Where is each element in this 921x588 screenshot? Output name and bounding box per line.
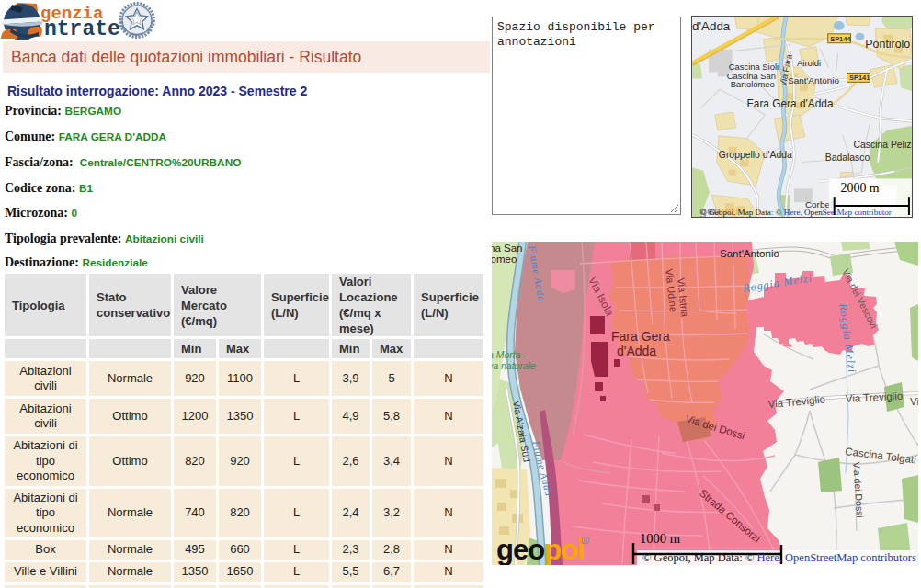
svg-text:R: R: [584, 537, 588, 544]
svg-text:geopoi: geopoi: [496, 534, 585, 565]
svg-text:a Morta -: a Morta -: [492, 349, 528, 360]
svg-text:Cascina Peliza: Cascina Peliza: [853, 140, 913, 150]
svg-text:d'Adda: d'Adda: [617, 344, 656, 358]
svg-text:SP141: SP141: [849, 74, 870, 82]
svg-text:d'Adda: d'Adda: [692, 19, 731, 33]
svg-text:lomeo: lomeo: [492, 254, 517, 265]
svg-text:© Geopoi, Map Data: © Here, Op: © Geopoi, Map Data: © Here, OpenStreetMa…: [642, 551, 916, 564]
svg-text:Fara Gera: Fara Gera: [611, 329, 670, 344]
svg-text:SP144: SP144: [830, 35, 851, 43]
svg-text:© Geopoi, Map Data: © Here, Op: © Geopoi, Map Data: © Here, OpenSeetMap …: [700, 208, 892, 217]
svg-text:1000 m: 1000 m: [640, 531, 681, 546]
svg-text:Sant'Antonio: Sant'Antonio: [788, 75, 839, 85]
svg-text:Pontirolo: Pontirolo: [865, 38, 910, 51]
svg-text:Fara Gera d'Adda: Fara Gera d'Adda: [747, 97, 834, 110]
svg-text:va naturale: va naturale: [492, 360, 536, 371]
svg-text:Bartolomeo: Bartolomeo: [731, 79, 775, 89]
svg-text:na San: na San: [492, 243, 522, 254]
svg-text:2000 m: 2000 m: [841, 181, 880, 195]
svg-text:Sant'Antonio: Sant'Antonio: [720, 248, 779, 259]
svg-text:Groppello d'Adda: Groppello d'Adda: [719, 150, 792, 160]
svg-text:Airoldi: Airoldi: [797, 58, 821, 68]
svg-text:Vi: Vi: [910, 396, 918, 407]
svg-text:Badalasco: Badalasco: [825, 153, 870, 163]
